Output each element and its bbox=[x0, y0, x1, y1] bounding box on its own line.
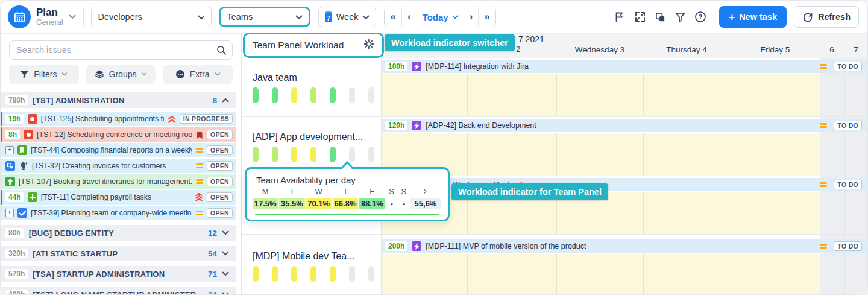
issue-hours: 19h bbox=[5, 114, 24, 124]
range-select-value: Week bbox=[336, 12, 359, 22]
app-window: Plan General Developers Teams 7 Week « ‹… bbox=[0, 0, 868, 295]
week-title: 7 2021 bbox=[518, 34, 544, 44]
expand-button[interactable]: + bbox=[5, 146, 14, 154]
jump-forward-button[interactable]: » bbox=[478, 7, 495, 27]
workload-bar bbox=[253, 147, 259, 162]
availability-value: - bbox=[398, 198, 409, 209]
gridline bbox=[643, 133, 644, 176]
subtask-icon bbox=[5, 161, 15, 171]
epic-icon bbox=[412, 121, 421, 130]
gridline bbox=[731, 133, 731, 176]
chevron-down-icon[interactable] bbox=[222, 230, 229, 235]
workload-bars bbox=[253, 147, 375, 162]
group-row-tsa-startup-administration[interactable]: 579h [TSA] STARTUP ADMINISTRATION 71 bbox=[1, 266, 236, 282]
popup-title: Team Availability per day bbox=[256, 175, 448, 185]
search-box bbox=[9, 40, 233, 60]
issue-row-tst-125[interactable]: 19h [TST-125] Scheduling appointments fo… bbox=[1, 112, 236, 126]
priority-high-icon bbox=[168, 115, 176, 123]
jump-back-button[interactable]: « bbox=[385, 7, 401, 27]
workload-bar bbox=[272, 87, 278, 103]
priority-medium-icon bbox=[196, 162, 203, 170]
workload-bar bbox=[368, 147, 374, 162]
group-row-ati-static-startup[interactable]: 320h [ATI STATIC STARTUP 54 bbox=[1, 246, 236, 261]
board-select[interactable]: Developers bbox=[91, 7, 212, 27]
event-hours: 200h bbox=[385, 241, 407, 251]
new-task-button[interactable]: + New task bbox=[719, 6, 787, 28]
duplicate-icon bbox=[655, 11, 666, 23]
flag-button[interactable] bbox=[614, 11, 626, 23]
issue-row-tst-32[interactable]: [TST-32] Creating invoices for customers… bbox=[1, 159, 236, 173]
plan-chevron-down-icon[interactable] bbox=[69, 14, 76, 19]
date-navigation: « ‹ Today › » bbox=[384, 7, 495, 27]
workload-bar bbox=[291, 147, 297, 162]
issue-row-tst-39[interactable]: + [TST-39] Planning team or company-wide… bbox=[1, 206, 236, 220]
duplicate-button[interactable] bbox=[655, 11, 666, 23]
groups-button[interactable]: Groups bbox=[86, 65, 156, 84]
refresh-button[interactable]: Refresh bbox=[794, 6, 859, 28]
issue-row-tst-107[interactable]: [TST-107] Booking travel itineraries for… bbox=[1, 174, 236, 189]
expand-button[interactable]: + bbox=[5, 209, 14, 217]
search-input[interactable] bbox=[9, 40, 233, 60]
group-title: [TST] LONG NAME STARTUP ADMINISTER bbox=[33, 290, 203, 295]
filter-button[interactable] bbox=[675, 11, 686, 23]
col-label: T bbox=[279, 187, 304, 196]
epic-icon bbox=[412, 62, 421, 71]
range-select[interactable]: 7 Week bbox=[318, 7, 376, 27]
app-logo[interactable] bbox=[8, 5, 31, 28]
team-panel-title: Team Panel Workload bbox=[253, 40, 363, 51]
extra-button[interactable]: Extra bbox=[163, 65, 233, 84]
view-mode-value: Teams bbox=[227, 12, 295, 22]
workload-bar bbox=[310, 87, 316, 103]
issue-row-tst-12[interactable]: 8h [TST-12] Scheduling conference or mee… bbox=[1, 127, 236, 142]
status-badge: OPEN bbox=[207, 145, 233, 155]
status-badge: TO DO bbox=[834, 121, 862, 130]
popup-underline bbox=[255, 214, 439, 215]
workload-bar bbox=[330, 147, 336, 162]
group-row-tst-long-name[interactable]: 400h [TST] LONG NAME STARTUP ADMINISTER … bbox=[1, 287, 236, 295]
group-title: [TST] ADMINISTRATION bbox=[33, 96, 207, 105]
workload-cells bbox=[382, 254, 820, 295]
event-bar-mdp-111[interactable]: 200h [MDP-111] MVP of mobile version of … bbox=[382, 239, 867, 253]
fullscreen-button[interactable] bbox=[634, 11, 646, 23]
prev-button[interactable]: ‹ bbox=[401, 7, 417, 27]
group-row-bug-debug-entity[interactable]: 80h [BUG] DEBUG ENTITY 12 bbox=[1, 225, 236, 241]
issue-title: [TST-39] Planning team or company-wide m… bbox=[31, 209, 192, 217]
help-icon: ? bbox=[694, 11, 706, 23]
team-row-mdp[interactable]: [MDP] Mobile dev Tea... bbox=[253, 251, 375, 282]
day-header-friday: Friday 5 bbox=[761, 45, 790, 54]
chevron-down-icon bbox=[215, 72, 221, 76]
team-row-java[interactable]: Java team bbox=[253, 72, 375, 103]
group-title: [TSA] STARTUP ADMINISTRATION bbox=[33, 270, 203, 279]
issue-title: [TST-44] Composing financial reports on … bbox=[31, 146, 192, 154]
chevron-down-icon[interactable] bbox=[222, 271, 229, 276]
chevron-up-icon[interactable] bbox=[222, 98, 229, 103]
day-header-saturday: 6 bbox=[829, 45, 834, 54]
groups-label: Groups bbox=[109, 69, 137, 79]
workload-bar bbox=[253, 266, 259, 282]
priority-medium-icon bbox=[820, 63, 827, 70]
new-task-label: New task bbox=[739, 12, 777, 22]
next-button[interactable]: › bbox=[464, 7, 479, 27]
group-row-tst-administration[interactable]: 780h [TST] ADMINISTRATION 8 bbox=[1, 92, 236, 108]
chevron-down-icon[interactable] bbox=[222, 251, 229, 256]
event-bar-adp-42[interactable]: 120h [ADP-42] Back end Development TO DO bbox=[382, 119, 867, 132]
gear-icon[interactable] bbox=[363, 39, 374, 52]
issue-row-tst-44[interactable]: + [TST-44] Composing financial reports o… bbox=[1, 143, 236, 157]
group-count: 54 bbox=[208, 249, 217, 258]
issue-row-tst-11[interactable]: 44h [TST-11] Completing payroll tasks OP… bbox=[1, 190, 236, 205]
today-button[interactable]: Today bbox=[417, 7, 464, 27]
filter-icon bbox=[675, 11, 686, 23]
filters-button[interactable]: Filters bbox=[9, 65, 79, 84]
help-button[interactable]: ? bbox=[694, 11, 706, 23]
search-icon[interactable] bbox=[216, 45, 227, 58]
view-mode-select[interactable]: Teams bbox=[219, 7, 310, 27]
col-label: T bbox=[333, 187, 358, 196]
team-row-adp[interactable]: [ADP] App development... bbox=[253, 132, 375, 162]
event-bar-mdp-114[interactable]: 100h [MDP-114] Integration with Jira TO … bbox=[382, 60, 867, 73]
gridline bbox=[731, 74, 731, 116]
priority-medium-icon bbox=[820, 243, 827, 250]
chevron-down-icon[interactable] bbox=[222, 292, 229, 295]
filters-label: Filters bbox=[34, 69, 57, 79]
team-name: [ADP] App development... bbox=[253, 132, 375, 142]
team-lane-mdp: 200h [MDP-111] MVP of mobile version of … bbox=[382, 234, 867, 295]
